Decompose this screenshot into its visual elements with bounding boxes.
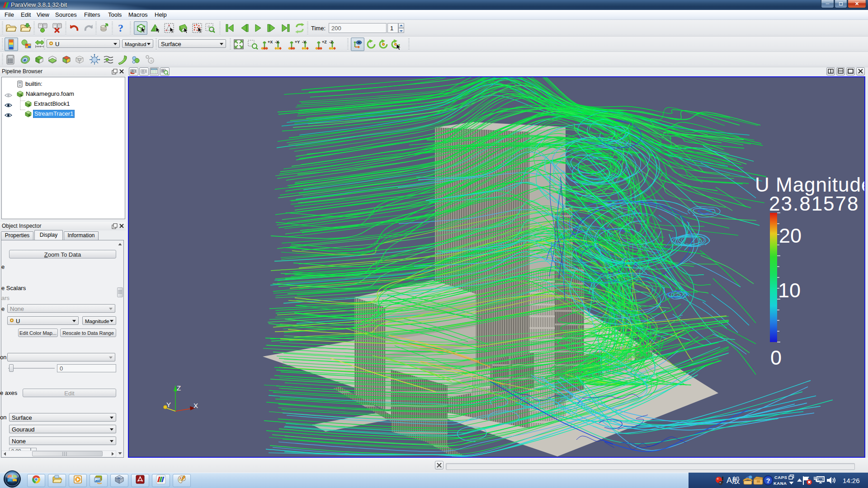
- svg-text:+Z: +Z: [322, 40, 327, 44]
- svg-text:X: X: [193, 402, 198, 409]
- svg-text:Y: Y: [166, 401, 171, 408]
- svg-text:20: 20: [779, 224, 802, 247]
- svg-text:10: 10: [778, 279, 801, 302]
- svg-text:-Y: -Y: [302, 40, 306, 44]
- svg-text:-X: -X: [275, 40, 279, 44]
- svg-text:23.81578: 23.81578: [769, 192, 859, 215]
- svg-text:?: ?: [766, 477, 770, 484]
- svg-text:?: ?: [118, 22, 123, 34]
- svg-text:Z: Z: [177, 384, 181, 392]
- svg-text:+Y: +Y: [295, 40, 300, 44]
- svg-text:-Z: -Z: [329, 40, 333, 44]
- svg-text:0: 0: [770, 346, 782, 369]
- svg-text:+X: +X: [268, 40, 273, 44]
